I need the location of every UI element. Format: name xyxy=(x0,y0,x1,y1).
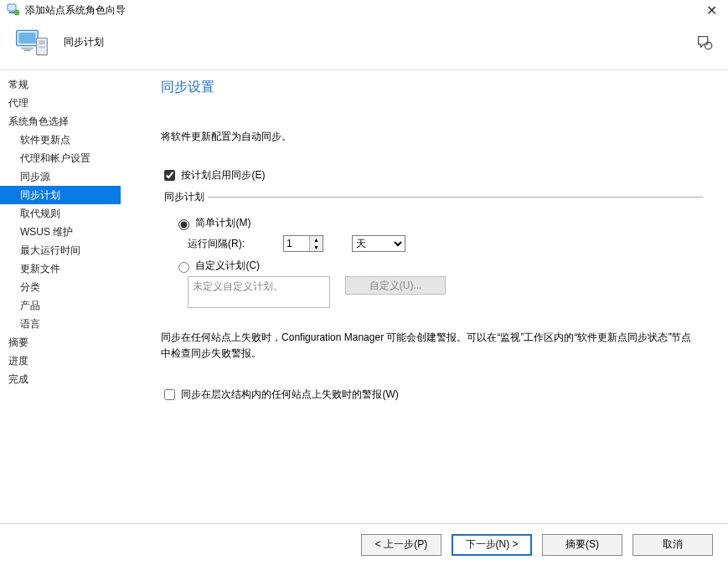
svg-rect-1 xyxy=(9,12,14,13)
nav-item-7[interactable]: 取代规则 xyxy=(0,204,121,223)
content-description: 将软件更新配置为自动同步。 xyxy=(161,130,703,144)
svg-point-10 xyxy=(705,42,711,49)
nav-item-3[interactable]: 软件更新点 xyxy=(0,131,121,149)
custom-schedule-radio[interactable] xyxy=(178,262,189,273)
window-title: 添加站点系统角色向导 xyxy=(25,3,126,18)
interval-label: 运行间隔(R): xyxy=(188,237,281,251)
custom-schedule-label[interactable]: 自定义计划(C) xyxy=(195,259,260,271)
nav-item-5[interactable]: 同步源 xyxy=(0,167,121,186)
schedule-group: 同步计划 简单计划(M) 运行间隔(R): ▲ ▼ 天 xyxy=(161,190,703,308)
custom-schedule-textarea: 未定义自定义计划。 xyxy=(188,276,330,308)
enable-schedule-label[interactable]: 按计划启用同步(E) xyxy=(181,169,265,181)
svg-rect-6 xyxy=(39,40,44,44)
banner-title: 同步计划 xyxy=(64,35,104,49)
wizard-footer: < 上一步(P) 下一步(N) > 摘要(S) 取消 xyxy=(0,523,728,565)
wizard-banner: 同步计划 xyxy=(0,20,728,70)
summary-button[interactable]: 摘要(S) xyxy=(542,534,622,556)
alert-checkbox[interactable] xyxy=(164,389,175,400)
svg-rect-0 xyxy=(8,4,16,11)
nav-item-15[interactable]: 进度 xyxy=(0,352,121,370)
wizard-nav-sidebar: 常规代理系统角色选择软件更新点代理和帐户设置同步源同步计划取代规则WSUS 维护… xyxy=(0,70,121,523)
computer-icon xyxy=(13,26,50,59)
nav-item-12[interactable]: 产品 xyxy=(0,296,121,315)
nav-item-16[interactable]: 完成 xyxy=(0,370,121,388)
close-button[interactable]: ✕ xyxy=(701,2,721,18)
nav-item-10[interactable]: 更新文件 xyxy=(0,259,121,278)
svg-rect-4 xyxy=(18,33,35,44)
cancel-button[interactable]: 取消 xyxy=(632,534,713,556)
interval-up-button[interactable]: ▲ xyxy=(310,236,323,244)
interval-down-button[interactable]: ▼ xyxy=(310,244,323,251)
nav-item-8[interactable]: WSUS 维护 xyxy=(0,223,121,241)
content-heading: 同步设置 xyxy=(161,79,703,96)
nav-item-11[interactable]: 分类 xyxy=(0,278,121,296)
schedule-legend: 同步计划 xyxy=(161,190,208,204)
interval-unit-select[interactable]: 天 xyxy=(352,235,405,252)
interval-spinner[interactable]: ▲ ▼ xyxy=(283,235,323,252)
nav-item-6[interactable]: 同步计划 xyxy=(0,186,121,204)
svg-rect-7 xyxy=(39,46,44,48)
help-icon[interactable] xyxy=(694,33,715,53)
enable-schedule-checkbox[interactable] xyxy=(164,170,175,181)
nav-item-1[interactable]: 代理 xyxy=(0,94,121,112)
simple-schedule-label[interactable]: 简单计划(M) xyxy=(195,217,250,229)
nav-item-9[interactable]: 最大运行时间 xyxy=(0,241,121,259)
interval-input[interactable] xyxy=(284,236,309,251)
svg-rect-8 xyxy=(21,47,34,49)
wizard-content: 同步设置 将软件更新配置为自动同步。 按计划启用同步(E) 同步计划 简单计划(… xyxy=(121,70,728,523)
prev-button[interactable]: < 上一步(P) xyxy=(361,534,441,556)
wizard-icon xyxy=(7,3,20,17)
simple-schedule-radio[interactable] xyxy=(178,219,189,230)
nav-item-14[interactable]: 摘要 xyxy=(0,333,121,352)
nav-item-4[interactable]: 代理和帐户设置 xyxy=(0,149,121,167)
nav-item-0[interactable]: 常规 xyxy=(0,75,121,94)
nav-item-2[interactable]: 系统角色选择 xyxy=(0,112,121,131)
svg-rect-9 xyxy=(24,49,30,51)
custom-schedule-button: 自定义(U)... xyxy=(345,276,446,295)
alert-checkbox-label[interactable]: 同步在层次结构内的任何站点上失败时的警报(W) xyxy=(181,388,398,400)
sync-failure-note: 同步在任何站点上失败时，Configuration Manager 可能会创建警… xyxy=(161,330,703,362)
next-button[interactable]: 下一步(N) > xyxy=(452,534,532,556)
nav-item-13[interactable]: 语言 xyxy=(0,315,121,333)
title-bar: 添加站点系统角色向导 ✕ xyxy=(0,0,728,20)
